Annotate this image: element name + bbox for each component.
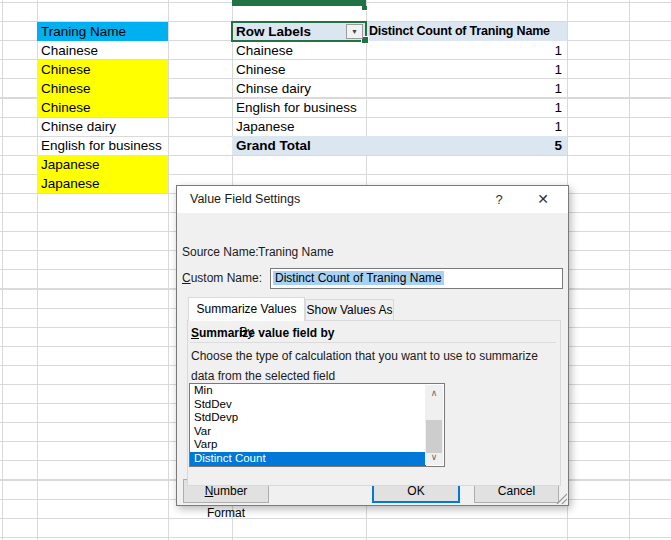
pivot-grand-total-value[interactable]: 5: [366, 136, 567, 155]
description-line: data from the selected field: [191, 369, 335, 383]
tab-panel: Summarize value field by Choose the type…: [187, 320, 561, 486]
pivot-row-label[interactable]: Japanese: [232, 117, 366, 136]
source-name-value: Traning Name: [258, 245, 334, 259]
scroll-down-button[interactable]: ∨: [425, 449, 443, 465]
custom-name-input[interactable]: Distinct Count of Traning Name: [270, 268, 563, 289]
tab-summarize-values-by[interactable]: Summarize Values By: [188, 297, 305, 321]
value-field-settings-dialog: Value Field Settings ? ✕ Source Name: Tr…: [176, 185, 569, 506]
pivot-row-label[interactable]: Chinse dairy: [232, 79, 366, 98]
gridline: [629, 0, 630, 540]
list-option-min[interactable]: Min: [190, 384, 426, 398]
dialog-titlebar[interactable]: Value Field Settings ? ✕: [177, 186, 568, 213]
listbox-scrollbar[interactable]: ∧ ∨: [425, 385, 443, 465]
help-icon: ?: [495, 192, 502, 207]
description-line: Choose the type of calculation that you …: [191, 349, 538, 363]
source-cell[interactable]: Chinese: [37, 98, 168, 117]
row-labels-filter-dropdown[interactable]: ▼: [346, 24, 363, 39]
scroll-up-button[interactable]: ∧: [425, 385, 443, 401]
source-cell[interactable]: Chinese: [37, 79, 168, 98]
scroll-up-icon: ∧: [431, 388, 438, 398]
list-option-distinct-count[interactable]: Distinct Count: [190, 452, 426, 466]
source-cell[interactable]: Chinse dairy: [37, 117, 168, 136]
list-option-stddev[interactable]: StdDev: [190, 398, 426, 412]
custom-name-label: Custom Name:: [182, 271, 262, 285]
tab-show-values-as[interactable]: Show Values As: [305, 299, 394, 321]
gridline: [2, 0, 3, 540]
partial-selected-cell: [232, 0, 366, 6]
source-cell[interactable]: English for business: [37, 136, 168, 155]
pivot-value-cell[interactable]: 1: [366, 41, 567, 60]
pivot-row-label[interactable]: English for business: [232, 98, 366, 117]
filter-dropdown-icon: ▼: [351, 28, 358, 35]
pivot-row-label[interactable]: Chainese: [232, 41, 366, 60]
group-title: Summarize value field by: [191, 326, 334, 340]
source-name-label: Source Name:: [182, 245, 259, 259]
pivot-row-label[interactable]: Chinese: [232, 60, 366, 79]
source-cell[interactable]: Chainese: [37, 41, 168, 60]
pivot-grand-total-label[interactable]: Grand Total: [232, 136, 366, 155]
source-cell[interactable]: Japanese: [37, 155, 168, 174]
fill-handle[interactable]: [361, 6, 368, 11]
help-button[interactable]: ?: [482, 186, 516, 213]
list-option-var[interactable]: Var: [190, 425, 426, 439]
list-option-stddevp[interactable]: StdDevp: [190, 411, 426, 425]
gridline: [168, 0, 169, 540]
pivot-value-cell[interactable]: 1: [366, 117, 567, 136]
selected-text: Distinct Count of Traning Name: [273, 271, 444, 285]
source-cell[interactable]: Chinese: [37, 60, 168, 79]
pivot-value-cell[interactable]: 1: [366, 98, 567, 117]
calculation-listbox: Min StdDev StdDevp Var Varp Distinct Cou…: [189, 383, 445, 467]
resize-grip-icon[interactable]: [554, 491, 567, 504]
scroll-down-icon: ∨: [431, 452, 438, 462]
pivot-values-header[interactable]: Distinct Count of Traning Name: [366, 22, 567, 41]
close-icon: ✕: [537, 191, 549, 207]
pivot-value-cell[interactable]: 1: [366, 60, 567, 79]
list-option-varp[interactable]: Varp: [190, 438, 426, 452]
source-cell[interactable]: Japanese: [37, 174, 168, 193]
pivot-value-cell[interactable]: 1: [366, 79, 567, 98]
dialog-title: Value Field Settings: [190, 192, 300, 206]
close-button[interactable]: ✕: [526, 186, 560, 213]
source-header-cell[interactable]: Traning Name: [37, 22, 168, 41]
